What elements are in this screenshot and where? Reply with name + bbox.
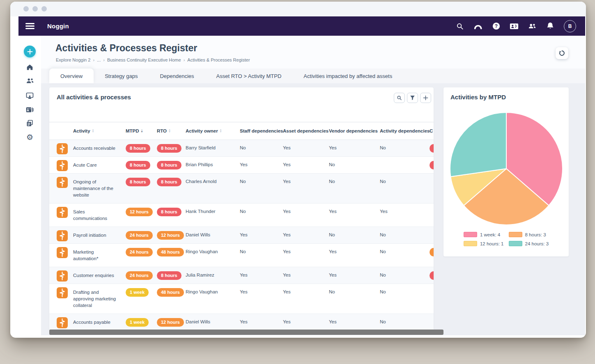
- rto-cell: 8 hours: [157, 208, 181, 216]
- people-icon[interactable]: [18, 76, 41, 86]
- table-row[interactable]: Ongoing of maintenance of the website8 h…: [49, 174, 434, 204]
- search-icon[interactable]: [394, 93, 405, 103]
- column-header-staff-dependencies: Staff dependencies: [240, 122, 283, 140]
- tab-overview[interactable]: Overview: [49, 69, 94, 83]
- column-header-rto[interactable]: RTO▲▼: [157, 122, 171, 140]
- activity-owner-cell: Brian Phillips: [186, 162, 237, 167]
- sort-arrows-icon[interactable]: ▲▼: [92, 129, 94, 133]
- vendor-dependencies-cell: Yes: [329, 209, 337, 214]
- history-refresh-button[interactable]: [556, 47, 568, 59]
- rto-cell: 8 hours: [157, 161, 181, 169]
- activity-owner-cell: Ringo Vaughan: [186, 249, 237, 254]
- vendor-dependencies-cell: No: [329, 162, 335, 167]
- users-icon[interactable]: [528, 22, 537, 31]
- search-icon[interactable]: [455, 22, 464, 31]
- activity-pulse-icon: [57, 287, 68, 298]
- table-row[interactable]: Sales communications12 hours8 hoursHank …: [49, 204, 434, 227]
- bell-icon[interactable]: [546, 22, 555, 31]
- staff-dependencies-cell: No: [240, 179, 246, 184]
- table-row[interactable]: Drafting and approving marketing collate…: [49, 284, 434, 314]
- table-row[interactable]: Accounts receivable8 hours8 hoursBarry S…: [49, 140, 434, 157]
- contact-card-icon[interactable]: [510, 22, 519, 31]
- duration-badge: 48 hours: [157, 248, 184, 256]
- duration-badge: 12 hours: [157, 231, 184, 240]
- duration-badge: 24 hours: [126, 231, 153, 240]
- tab-asset-rto-activity-mtpd[interactable]: Asset RTO > Activity MTPD: [205, 69, 293, 83]
- tab-strategy-gaps[interactable]: Strategy gaps: [94, 69, 149, 83]
- horizontal-scrollbar-thumb[interactable]: [49, 330, 443, 335]
- sort-arrows-icon[interactable]: ▲▼: [168, 129, 171, 133]
- home-icon[interactable]: [18, 62, 41, 73]
- settings-gear-icon[interactable]: ⚙: [18, 132, 41, 142]
- activity-dependencies-cell: No: [380, 272, 386, 277]
- mtpd-cell: 24 hours: [126, 248, 153, 256]
- headset-icon[interactable]: [473, 22, 482, 31]
- tab-activities-impacted-by-affected-assets[interactable]: Activities impacted by affected assets: [292, 69, 403, 83]
- column-header-activity[interactable]: Activity▲▼: [73, 122, 94, 140]
- mtpd-cell: 8 hours: [126, 144, 150, 153]
- filter-icon[interactable]: [407, 93, 418, 103]
- staff-dependencies-cell: No: [240, 209, 246, 214]
- hamburger-menu-icon[interactable]: [25, 22, 34, 31]
- column-header-activity-owner[interactable]: Activity owner▲▼: [186, 122, 222, 140]
- main-content: Activities & Processes Register Explore …: [41, 36, 585, 335]
- column-header-activity-dependencies: Activity dependencies: [380, 122, 430, 140]
- activity-owner-cell: Barry Starfield: [186, 145, 237, 150]
- window-close-button[interactable]: [23, 6, 29, 11]
- table-row[interactable]: Marketing automation*24 hours48 hoursRin…: [49, 244, 434, 267]
- asset-dependencies-cell: Yes: [283, 289, 291, 294]
- breadcrumb-item[interactable]: Explore Noggin 2: [56, 57, 90, 62]
- mtpd-chart-card: Activities by MTPD 1 week: 48 hours: 312…: [443, 87, 569, 256]
- mtpd-cell: 24 hours: [126, 231, 153, 240]
- column-header-mtpd[interactable]: MTPD▲▼: [126, 122, 143, 140]
- breadcrumb-separator: ›: [93, 57, 94, 62]
- activity-dependencies-cell: No: [380, 249, 386, 254]
- mtpd-cell: 12 hours: [126, 208, 153, 216]
- table-row[interactable]: Customer enquiries24 hours8 hoursJulia R…: [49, 267, 434, 284]
- avatar[interactable]: B: [564, 20, 576, 32]
- add-icon[interactable]: [420, 93, 431, 103]
- staff-dependencies-cell: Yes: [240, 319, 248, 324]
- sort-arrows-icon[interactable]: ▲▼: [220, 129, 222, 133]
- column-label: Activity owner: [186, 128, 218, 133]
- breadcrumb-item[interactable]: ...: [97, 57, 101, 62]
- presenter-icon[interactable]: [18, 90, 41, 101]
- table-row[interactable]: Acute Care8 hours8 hoursBrian PhillipsYe…: [49, 157, 434, 174]
- add-button[interactable]: [24, 46, 36, 57]
- table-row[interactable]: Payroll initiation24 hours12 hoursDaniel…: [49, 227, 434, 244]
- pie-slice-24-hours[interactable]: [450, 112, 506, 177]
- rto-cell: 8 hours: [157, 178, 181, 186]
- column-label: RTO: [157, 128, 167, 133]
- duration-badge: 8 hours: [157, 271, 181, 280]
- breadcrumb-item: Activities & Processes Register: [187, 57, 250, 62]
- documents-icon[interactable]: [18, 118, 41, 128]
- staff-dependencies-cell: Yes: [240, 162, 248, 167]
- activity-pulse-icon: [57, 160, 68, 171]
- activity-dependencies-cell: Yes: [380, 209, 388, 214]
- activity-icon-cell: [57, 230, 68, 241]
- staff-dependencies-cell: Yes: [240, 272, 248, 277]
- staff-dependencies-cell: No: [240, 249, 246, 254]
- contact-card-icon[interactable]: [18, 104, 41, 115]
- rto-cell: 48 hours: [157, 248, 184, 256]
- legend-label: 12 hours: 1: [480, 241, 504, 246]
- mtpd-cell: 8 hours: [126, 178, 150, 186]
- page-title: Activities & Processes Register: [55, 43, 197, 54]
- column-header-asset-dependencies: Asset dependencies: [283, 122, 329, 140]
- help-icon[interactable]: ?: [492, 22, 501, 31]
- tab-dependencies[interactable]: Dependencies: [149, 69, 205, 83]
- window-minimize-button[interactable]: [32, 6, 38, 11]
- column-label: Activity dependencies: [380, 128, 430, 133]
- page-header: Activities & Processes Register Explore …: [41, 36, 585, 83]
- table-row[interactable]: Accounts payable1 week12 hoursDaniel Wil…: [49, 314, 434, 331]
- activity-owner-cell: Hank Thunder: [186, 209, 237, 214]
- breadcrumb-item[interactable]: Business Continuity Executive Home: [107, 57, 181, 62]
- sort-arrows-icon[interactable]: ▲▼: [141, 129, 143, 133]
- activity-pulse-icon: [57, 143, 68, 154]
- window-maximize-button[interactable]: [41, 6, 47, 11]
- column-header-c: C: [430, 122, 433, 140]
- activity-owner-cell: Julia Ramirez: [186, 272, 237, 277]
- duration-badge: 12 hours: [157, 318, 184, 327]
- mtpd-cell: 1 week: [126, 318, 149, 327]
- duration-badge: [430, 271, 434, 280]
